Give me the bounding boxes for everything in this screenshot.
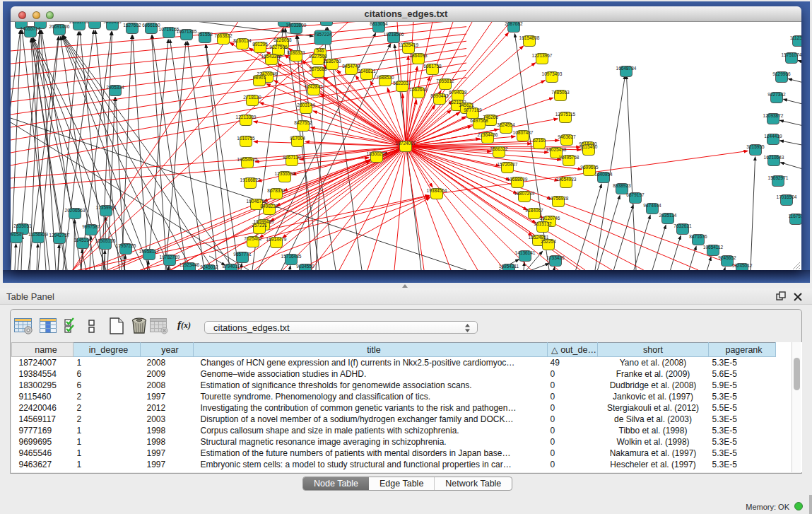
svg-text:14055714: 14055714 xyxy=(20,26,41,31)
svg-text:9245652: 9245652 xyxy=(718,255,736,260)
svg-text:18724007: 18724007 xyxy=(396,141,416,146)
svg-text:9997587: 9997587 xyxy=(82,224,100,229)
svg-text:1864093: 1864093 xyxy=(409,53,428,58)
svg-text:9146821: 9146821 xyxy=(358,69,376,74)
svg-text:6794028: 6794028 xyxy=(449,90,467,95)
svg-text:252254: 252254 xyxy=(541,239,556,244)
svg-text:17359924: 17359924 xyxy=(96,205,117,210)
svg-text:1562643: 1562643 xyxy=(409,87,428,92)
svg-text:7485063: 7485063 xyxy=(551,90,570,95)
svg-text:10653267: 10653267 xyxy=(85,22,105,23)
svg-text:18300275: 18300275 xyxy=(367,151,387,156)
svg-text:3215955: 3215955 xyxy=(746,144,765,149)
svg-text:9242845: 9242845 xyxy=(305,84,323,89)
svg-text:3824554: 3824554 xyxy=(497,122,515,127)
svg-text:98901: 98901 xyxy=(253,75,266,80)
svg-text:7632621: 7632621 xyxy=(673,223,692,228)
svg-text:9463627: 9463627 xyxy=(558,134,576,139)
svg-text:1145194: 1145194 xyxy=(74,238,92,243)
svg-text:2803144: 2803144 xyxy=(297,103,315,107)
svg-text:9129966: 9129966 xyxy=(772,71,791,76)
svg-text:12975115: 12975115 xyxy=(555,112,576,117)
svg-text:19218506: 19218506 xyxy=(384,32,404,37)
svg-text:6879197: 6879197 xyxy=(626,192,645,197)
svg-text:8160124: 8160124 xyxy=(233,38,252,43)
svg-text:16046756: 16046756 xyxy=(247,199,267,204)
svg-text:10807487: 10807487 xyxy=(513,130,534,135)
svg-text:8678332: 8678332 xyxy=(267,188,286,193)
svg-text:26265026: 26265026 xyxy=(11,22,32,23)
svg-text:7663822: 7663822 xyxy=(214,33,233,38)
svg-text:18807249: 18807249 xyxy=(514,191,535,196)
svg-text:7955812: 7955812 xyxy=(436,78,454,83)
svg-text:10245012: 10245012 xyxy=(732,263,753,268)
svg-text:9327508: 9327508 xyxy=(309,54,327,59)
svg-text:991547: 991547 xyxy=(11,232,24,237)
svg-text:7886322: 7886322 xyxy=(490,146,508,151)
svg-text:9034550: 9034550 xyxy=(296,264,314,269)
svg-text:10688609: 10688609 xyxy=(507,177,528,182)
svg-text:8498222: 8498222 xyxy=(260,204,278,209)
svg-text:19654925: 19654925 xyxy=(237,157,258,162)
svg-text:7588520: 7588520 xyxy=(376,75,394,80)
svg-text:11325419: 11325419 xyxy=(399,42,419,47)
svg-text:19756928: 19756928 xyxy=(548,196,569,201)
svg-text:19654923: 19654923 xyxy=(556,177,577,182)
svg-text:16914479: 16914479 xyxy=(266,237,287,242)
svg-text:16120746: 16120746 xyxy=(540,216,560,221)
svg-text:2905334: 2905334 xyxy=(106,85,124,90)
svg-text:16543382: 16543382 xyxy=(261,54,282,59)
svg-text:1010755: 1010755 xyxy=(237,136,255,141)
svg-text:19166827: 19166827 xyxy=(240,177,261,182)
svg-text:16154808: 16154808 xyxy=(519,35,540,40)
svg-text:9474444: 9474444 xyxy=(643,203,661,208)
svg-text:257231: 257231 xyxy=(252,223,267,228)
svg-text:15692971: 15692971 xyxy=(768,175,789,180)
svg-text:917004: 917004 xyxy=(290,136,305,141)
svg-text:16782759: 16782759 xyxy=(160,255,180,259)
svg-text:7625402: 7625402 xyxy=(244,236,262,241)
svg-text:16954311: 16954311 xyxy=(499,264,519,269)
svg-text:12093872: 12093872 xyxy=(763,113,784,118)
svg-text:12355594: 12355594 xyxy=(275,171,295,176)
svg-text:17016504: 17016504 xyxy=(777,194,797,199)
svg-text:9466455: 9466455 xyxy=(103,22,122,24)
svg-text:116753: 116753 xyxy=(788,214,801,218)
svg-text:10958117: 10958117 xyxy=(139,249,160,254)
svg-text:5822037: 5822037 xyxy=(393,81,411,86)
svg-text:2186760: 2186760 xyxy=(323,59,341,64)
svg-text:9327506: 9327506 xyxy=(269,45,288,49)
svg-text:14136141: 14136141 xyxy=(515,250,536,255)
svg-text:1733426: 1733426 xyxy=(546,255,565,260)
svg-text:62160: 62160 xyxy=(533,138,546,143)
svg-text:546: 546 xyxy=(317,48,324,53)
svg-text:1244419: 1244419 xyxy=(764,134,782,139)
svg-text:11156829: 11156829 xyxy=(28,232,48,237)
svg-text:12505135: 12505135 xyxy=(95,238,116,243)
svg-text:2535051: 2535051 xyxy=(13,223,32,228)
svg-text:15720407: 15720407 xyxy=(498,162,518,167)
svg-text:8938923: 8938923 xyxy=(613,183,631,188)
svg-text:16210643: 16210643 xyxy=(764,155,784,160)
svg-text:1112312: 1112312 xyxy=(790,35,801,40)
svg-text:10973493: 10973493 xyxy=(542,71,563,76)
svg-text:10025438: 10025438 xyxy=(546,147,567,152)
svg-text:7999399: 7999399 xyxy=(31,22,49,23)
svg-text:8267130: 8267130 xyxy=(283,155,301,160)
svg-text:12942757: 12942757 xyxy=(49,233,70,238)
svg-text:345621: 345621 xyxy=(459,103,474,107)
svg-text:9227342: 9227342 xyxy=(767,92,786,97)
svg-text:15716485: 15716485 xyxy=(281,254,302,259)
svg-text:9115460: 9115460 xyxy=(580,144,598,149)
svg-text:9245012: 9245012 xyxy=(200,264,218,269)
svg-text:8813054: 8813054 xyxy=(370,22,388,26)
svg-text:12213967: 12213967 xyxy=(532,53,553,58)
svg-text:9777169: 9777169 xyxy=(464,107,482,112)
svg-text:12213389: 12213389 xyxy=(236,115,257,119)
svg-text:3875685: 3875685 xyxy=(309,66,327,71)
svg-text:9699695: 9699695 xyxy=(580,165,599,170)
svg-text:8794011: 8794011 xyxy=(223,264,240,269)
svg-text:1640954: 1640954 xyxy=(594,172,613,177)
svg-text:16671355: 16671355 xyxy=(177,29,197,34)
svg-text:16033809: 16033809 xyxy=(286,23,307,28)
